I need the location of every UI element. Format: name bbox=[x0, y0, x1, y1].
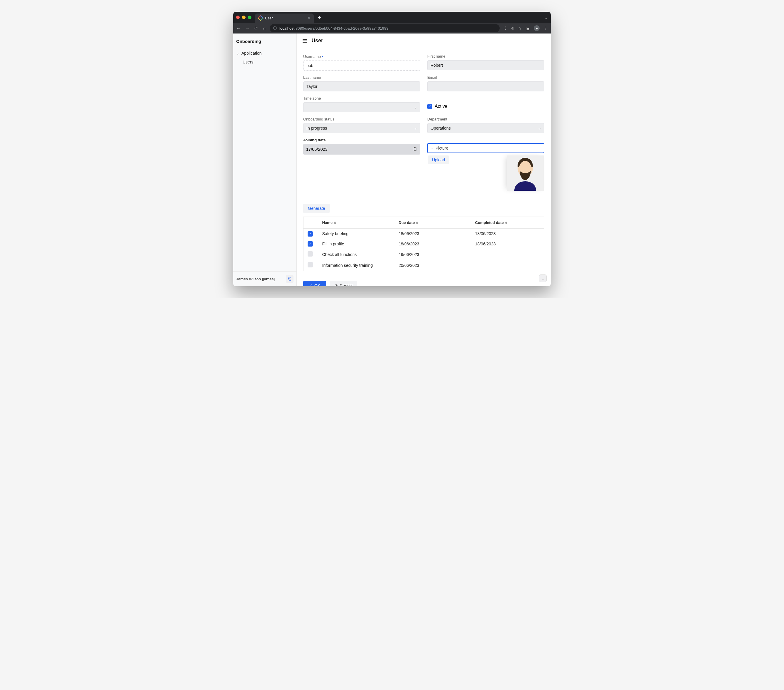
joining-date-input[interactable]: 17/06/2023 🗓 bbox=[303, 144, 420, 154]
main-header: User bbox=[297, 33, 551, 48]
menu-icon[interactable]: ⋮ bbox=[544, 26, 548, 31]
field-email: Email bbox=[427, 75, 544, 91]
username-input[interactable] bbox=[303, 61, 420, 71]
bookmark-icon[interactable]: ☆ bbox=[518, 26, 522, 31]
action-bar: ✓ OK ⊘ Cancel bbox=[297, 277, 551, 286]
table-row: Check all functions19/06/2023 bbox=[303, 249, 544, 260]
field-firstname: First name bbox=[427, 54, 544, 71]
onboarding-select[interactable]: In progress ⌄ bbox=[303, 123, 420, 133]
cancel-icon: ⊘ bbox=[334, 283, 338, 286]
tab-title: User bbox=[265, 16, 306, 20]
column-name[interactable]: Name⇅ bbox=[318, 217, 395, 228]
required-indicator: • bbox=[322, 54, 323, 59]
cancel-button[interactable]: ⊘ Cancel bbox=[329, 281, 357, 286]
firstname-input[interactable] bbox=[427, 60, 544, 70]
task-due: 20/06/2023 bbox=[395, 260, 471, 271]
tasks-table: Name⇅ Due date⇅ Completed date⇅ ✓Safety … bbox=[303, 217, 544, 271]
share-icon[interactable]: ⎋ bbox=[511, 26, 514, 31]
url-bar[interactable]: ⓘ localhost:8080/users/0d5eb004-8434-cba… bbox=[270, 24, 500, 32]
install-icon[interactable]: ⇩ bbox=[504, 26, 507, 31]
task-completed: 18/06/2023 bbox=[471, 228, 544, 239]
tabs-menu-icon[interactable]: ⌄ bbox=[544, 15, 548, 20]
task-name: Information security training bbox=[318, 260, 395, 271]
reload-icon[interactable]: ⟳ bbox=[254, 26, 258, 31]
department-select[interactable]: Operations ⌄ bbox=[427, 123, 544, 133]
browser-tab[interactable]: User × bbox=[255, 13, 314, 23]
ok-button[interactable]: ✓ OK bbox=[303, 281, 326, 286]
table-row: ✓Fill in profile18/06/202318/06/2023 bbox=[303, 239, 544, 249]
field-active: ✓ Active bbox=[427, 96, 544, 112]
joining-label: Joining date bbox=[303, 138, 420, 142]
current-user-label: James Wilson [james] bbox=[236, 277, 275, 281]
form: Username • First name Last name Email Ti bbox=[297, 48, 551, 277]
forward-icon[interactable]: → bbox=[245, 26, 250, 31]
task-due: 18/06/2023 bbox=[395, 228, 471, 239]
email-input[interactable] bbox=[427, 81, 544, 91]
toolbar-icons: ⇩ ⎋ ☆ ▣ ● ⋮ bbox=[504, 25, 548, 31]
timezone-select[interactable]: ⌄ bbox=[303, 102, 420, 112]
email-label: Email bbox=[427, 75, 544, 80]
new-tab-icon[interactable]: + bbox=[318, 15, 321, 21]
task-checkbox[interactable] bbox=[308, 251, 313, 256]
task-name: Safety briefing bbox=[318, 228, 395, 239]
task-name: Check all functions bbox=[318, 249, 395, 260]
active-checkbox[interactable]: ✓ bbox=[427, 104, 432, 109]
calendar-icon[interactable]: 🗓 bbox=[410, 144, 420, 154]
task-checkbox[interactable]: ✓ bbox=[308, 241, 313, 246]
active-label: Active bbox=[435, 104, 448, 109]
field-joining-date: Joining date 17/06/2023 🗓 bbox=[303, 138, 420, 193]
check-icon: ✓ bbox=[309, 283, 313, 286]
dev-tool-icon[interactable]: ⌄ bbox=[539, 274, 547, 282]
minimize-window-icon[interactable] bbox=[242, 16, 245, 19]
sidebar-section-application[interactable]: ⌄ Application bbox=[233, 49, 296, 57]
browser-window: User × + ⌄ ← → ⟳ ⌂ ⓘ localhost:8080/user… bbox=[233, 12, 551, 286]
column-completed[interactable]: Completed date⇅ bbox=[471, 217, 544, 228]
sidebar-section-label: Application bbox=[241, 51, 262, 56]
tasks-section: Generate Name⇅ Due date⇅ Completed date⇅… bbox=[303, 204, 544, 271]
timezone-label: Time zone bbox=[303, 96, 420, 100]
task-completed: 18/06/2023 bbox=[471, 239, 544, 249]
firstname-label: First name bbox=[427, 54, 544, 59]
home-icon[interactable]: ⌂ bbox=[263, 26, 265, 31]
sort-icon: ⇅ bbox=[416, 221, 418, 225]
window-controls bbox=[236, 16, 252, 19]
sidebar: Onboarding ⌄ Application Users James Wil… bbox=[233, 33, 297, 286]
url-path: :8080/users/0d5eb004-8434-cbad-26ee-3a88… bbox=[294, 26, 389, 31]
generate-button[interactable]: Generate bbox=[303, 204, 329, 213]
field-department: Department Operations ⌄ bbox=[427, 117, 544, 133]
task-name: Fill in profile bbox=[318, 239, 395, 249]
onboarding-label: Onboarding status bbox=[303, 117, 420, 122]
task-checkbox[interactable] bbox=[308, 262, 313, 268]
table-row: ✓Safety briefing18/06/202318/06/2023 bbox=[303, 228, 544, 239]
menu-toggle-icon[interactable] bbox=[303, 38, 307, 43]
page-title: User bbox=[311, 38, 323, 44]
column-due[interactable]: Due date⇅ bbox=[395, 217, 471, 228]
maximize-window-icon[interactable] bbox=[248, 16, 252, 19]
chevron-down-icon: ⌄ bbox=[236, 51, 240, 56]
panel-icon[interactable]: ▣ bbox=[526, 26, 530, 31]
sidebar-footer: James Wilson [james] ⎘ bbox=[233, 271, 296, 286]
lastname-input[interactable] bbox=[303, 81, 420, 91]
close-tab-icon[interactable]: × bbox=[308, 16, 310, 21]
upload-button[interactable]: Upload bbox=[428, 156, 449, 164]
department-value: Operations bbox=[430, 126, 451, 130]
app: Onboarding ⌄ Application Users James Wil… bbox=[233, 33, 551, 286]
sidebar-item-label: Users bbox=[243, 60, 254, 64]
sort-icon: ⇅ bbox=[505, 221, 507, 225]
avatar bbox=[507, 156, 544, 191]
back-icon[interactable]: ← bbox=[236, 26, 240, 31]
logout-icon[interactable]: ⎘ bbox=[286, 275, 293, 283]
picture-panel-header[interactable]: ⌄ Picture bbox=[427, 143, 544, 153]
profile-icon[interactable]: ● bbox=[534, 25, 540, 31]
site-info-icon[interactable]: ⓘ bbox=[273, 26, 277, 31]
chevron-down-icon: ⌄ bbox=[430, 146, 434, 151]
field-username: Username • bbox=[303, 54, 420, 71]
username-label: Username • bbox=[303, 54, 420, 59]
close-window-icon[interactable] bbox=[236, 16, 240, 19]
sidebar-item-users[interactable]: Users bbox=[233, 57, 296, 67]
task-checkbox[interactable]: ✓ bbox=[308, 231, 313, 237]
chevron-down-icon: ⌄ bbox=[414, 105, 417, 109]
field-onboarding-status: Onboarding status In progress ⌄ bbox=[303, 117, 420, 133]
titlebar: User × + ⌄ bbox=[233, 12, 551, 23]
lastname-label: Last name bbox=[303, 75, 420, 80]
